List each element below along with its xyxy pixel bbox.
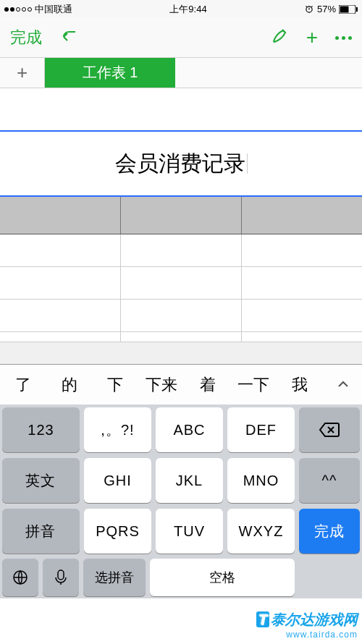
- key-caret[interactable]: ^^: [299, 458, 360, 503]
- ime-candidate[interactable]: 我: [277, 374, 323, 396]
- ime-candidate[interactable]: 着: [185, 374, 231, 396]
- alarm-icon: [304, 4, 314, 14]
- key-choose-pinyin[interactable]: 选拼音: [83, 559, 146, 596]
- ime-candidate[interactable]: 下来: [138, 374, 185, 396]
- title-cell[interactable]: 会员消费记录: [0, 132, 362, 197]
- table-header-cell[interactable]: [121, 197, 242, 234]
- svg-rect-2: [356, 7, 358, 12]
- battery-icon: [339, 5, 358, 14]
- key-pqrs[interactable]: PQRS: [84, 509, 151, 554]
- keyboard-gap: [0, 342, 362, 364]
- clock-label: 上午9:44: [169, 3, 206, 16]
- ime-candidate[interactable]: 了: [0, 374, 46, 396]
- key-english[interactable]: 英文: [2, 458, 80, 503]
- key-wxyz[interactable]: WXYZ: [227, 509, 295, 554]
- carrier-label: 中国联通: [35, 3, 72, 16]
- watermark: T泰尔达游戏网 www.tairda.com: [256, 610, 358, 640]
- ime-candidate[interactable]: 下: [92, 374, 138, 396]
- svg-rect-1: [340, 6, 349, 12]
- key-123[interactable]: 123: [2, 407, 80, 452]
- key-globe-icon[interactable]: [2, 559, 38, 596]
- table-row[interactable]: [0, 300, 362, 332]
- table-row[interactable]: [0, 332, 362, 342]
- key-punct[interactable]: ,。?!: [84, 407, 151, 452]
- done-button[interactable]: 完成: [10, 27, 42, 48]
- key-mic-icon[interactable]: [43, 559, 79, 596]
- key-backspace-icon[interactable]: [299, 407, 360, 452]
- watermark-url: www.tairda.com: [256, 630, 358, 640]
- ime-candidate-bar: 了 的 下 下来 着 一下 我: [0, 364, 362, 404]
- draw-tool-icon[interactable]: [270, 27, 289, 48]
- battery-pct-label: 57%: [317, 4, 336, 14]
- ime-expand-icon[interactable]: [323, 365, 362, 404]
- key-ghi[interactable]: GHI: [84, 458, 151, 503]
- status-bar: 中国联通 上午9:44 57%: [0, 0, 362, 18]
- title-cell-text: 会员消费记录: [115, 149, 245, 179]
- table-header-row[interactable]: [0, 197, 362, 234]
- key-pinyin[interactable]: 拼音: [2, 509, 80, 554]
- key-done[interactable]: 完成: [299, 509, 360, 554]
- key-space[interactable]: 空格: [150, 559, 295, 596]
- ime-candidate[interactable]: 的: [46, 374, 93, 396]
- key-jkl[interactable]: JKL: [156, 458, 223, 503]
- key-def[interactable]: DEF: [227, 407, 295, 452]
- table-header-cell[interactable]: [0, 197, 121, 234]
- key-abc[interactable]: ABC: [156, 407, 223, 452]
- ime-candidate[interactable]: 一下: [231, 374, 277, 396]
- table-header-cell[interactable]: [242, 197, 362, 234]
- svg-rect-4: [58, 570, 64, 580]
- key-mno[interactable]: MNO: [227, 458, 295, 503]
- key-tuv[interactable]: TUV: [156, 509, 223, 554]
- add-sheet-button[interactable]: +: [0, 58, 45, 88]
- undo-icon[interactable]: [59, 27, 80, 48]
- watermark-title: T泰尔达游戏网: [256, 610, 358, 630]
- signal-dots-icon: [4, 7, 32, 12]
- spreadsheet-area[interactable]: 会员消费记录: [0, 88, 362, 342]
- keyboard: 123 ,。?! ABC DEF 英文 GHI JKL MNO 拼音 PQRS …: [0, 404, 362, 598]
- table-row[interactable]: [0, 234, 362, 267]
- sheet-tab-1[interactable]: 工作表 1: [45, 58, 175, 88]
- document-toolbar: 完成 +: [0, 18, 362, 58]
- sheet-tab-bar: + 工作表 1: [0, 58, 362, 88]
- add-button[interactable]: +: [306, 26, 318, 49]
- more-menu-icon[interactable]: [335, 36, 352, 40]
- table-row[interactable]: [0, 267, 362, 300]
